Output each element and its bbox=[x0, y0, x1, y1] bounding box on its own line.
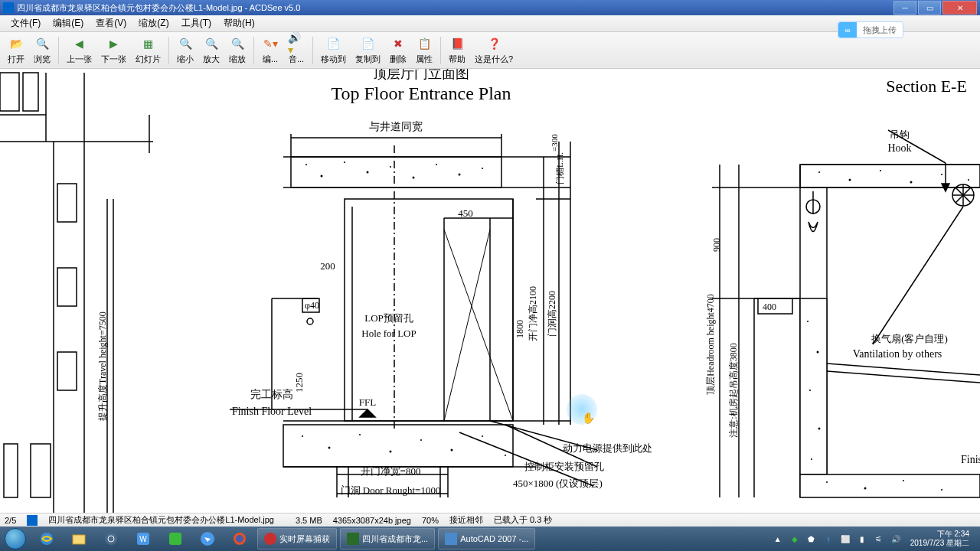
svg-text:吊钩: 吊钩 bbox=[890, 129, 910, 140]
svg-text:200: 200 bbox=[320, 260, 335, 272]
next-button[interactable]: ▶下一张 bbox=[96, 34, 131, 67]
svg-point-68 bbox=[359, 434, 361, 435]
svg-text:Section E-E: Section E-E bbox=[886, 77, 967, 96]
svg-point-73 bbox=[505, 455, 506, 456]
svg-text:LOP预留孔: LOP预留孔 bbox=[364, 312, 413, 324]
moveto-button[interactable]: 📄移动到 bbox=[316, 34, 351, 67]
svg-point-57 bbox=[305, 164, 307, 165]
taskbar-explorer-icon[interactable] bbox=[64, 528, 94, 549]
svg-point-63 bbox=[436, 164, 437, 165]
svg-point-153 bbox=[236, 535, 243, 543]
svg-rect-23 bbox=[291, 157, 501, 187]
svg-text:=300: =300 bbox=[550, 134, 559, 152]
props-button[interactable]: 📋属性 bbox=[411, 34, 437, 67]
svg-text:与井道同宽: 与井道同宽 bbox=[369, 121, 423, 132]
toolbar: 📂打开 🔍浏览 ◀上一张 ▶下一张 ▦幻灯片 🔍缩小 🔍放大 🔍缩放 ✎▾编..… bbox=[0, 32, 980, 69]
svg-point-126 bbox=[807, 321, 808, 322]
menu-view[interactable]: 查看(V) bbox=[90, 17, 132, 30]
svg-rect-31 bbox=[345, 199, 513, 421]
tray-wifi-icon[interactable]: ⚟ bbox=[873, 533, 885, 545]
taskbar-ie-icon[interactable] bbox=[31, 528, 62, 549]
svg-point-122 bbox=[880, 170, 881, 171]
edit-button[interactable]: ✎▾编... bbox=[257, 34, 283, 67]
svg-text:450: 450 bbox=[458, 207, 473, 219]
menu-file[interactable]: 文件(F) bbox=[5, 17, 47, 30]
svg-point-59 bbox=[344, 161, 345, 163]
tray-volume-icon[interactable]: 🔊 bbox=[890, 533, 902, 545]
tray-network-icon[interactable]: ⬜ bbox=[839, 533, 851, 545]
svg-rect-11 bbox=[57, 268, 77, 306]
whatis-button[interactable]: ❓这是什么? bbox=[470, 34, 518, 67]
svg-rect-145 bbox=[73, 535, 85, 544]
svg-rect-95 bbox=[800, 165, 980, 187]
copyto-button[interactable]: 📄复制到 bbox=[351, 34, 385, 67]
taskbar-dingtalk-icon[interactable] bbox=[192, 528, 223, 549]
taskbar-clock[interactable]: 下午 2:342019/7/23 星期二 bbox=[904, 530, 975, 548]
svg-text:换气扇(客户自理): 换气扇(客户自理) bbox=[871, 333, 948, 344]
drawing-svg: 顶层厅门立面图 Top Floor Entrance Plan Section … bbox=[0, 69, 980, 513]
svg-text:FFL: FFL bbox=[359, 396, 376, 408]
svg-point-124 bbox=[941, 174, 942, 175]
menu-tools[interactable]: 工具(T) bbox=[175, 17, 217, 30]
svg-line-118 bbox=[873, 207, 963, 344]
svg-point-121 bbox=[849, 179, 851, 181]
image-viewport[interactable]: 顶层厅门立面图 Top Floor Entrance Plan Section … bbox=[0, 69, 980, 513]
svg-text:1250: 1250 bbox=[293, 373, 305, 393]
upload-label: 拖拽上传 bbox=[857, 24, 903, 36]
tray-shield-icon[interactable]: ⬟ bbox=[805, 533, 818, 545]
taskbar-wps-icon[interactable]: W bbox=[128, 528, 158, 549]
svg-text:顶层Headroom height4700: 顶层Headroom height4700 bbox=[705, 294, 716, 395]
svg-text:450×1800 (仅设顶层): 450×1800 (仅设顶层) bbox=[513, 478, 603, 489]
audio-button[interactable]: 🔊▾音... bbox=[283, 34, 309, 67]
svg-point-132 bbox=[864, 487, 867, 490]
start-button[interactable] bbox=[0, 527, 31, 551]
delete-button[interactable]: ✖删除 bbox=[385, 34, 411, 67]
svg-point-70 bbox=[420, 439, 422, 441]
svg-text:Top Floor Entrance Plan: Top Floor Entrance Plan bbox=[332, 83, 511, 103]
taskbar-app-screencap[interactable]: 实时屏幕捕获 bbox=[257, 528, 337, 549]
svg-rect-4 bbox=[23, 73, 38, 111]
svg-line-38 bbox=[444, 230, 490, 421]
maximize-button[interactable]: ▭ bbox=[918, 1, 941, 15]
browse-button[interactable]: 🔍浏览 bbox=[29, 34, 55, 67]
svg-text:W: W bbox=[139, 535, 147, 543]
status-zoom: 70% bbox=[422, 516, 439, 525]
svg-point-69 bbox=[390, 451, 392, 453]
zoomout-button[interactable]: 🔍缩小 bbox=[172, 34, 198, 67]
open-button[interactable]: 📂打开 bbox=[3, 34, 29, 67]
svg-text:控制柜安装预留孔: 控制柜安装预留孔 bbox=[524, 461, 604, 472]
zoomsel-button[interactable]: 🔍缩放 bbox=[224, 34, 250, 67]
svg-text:动力电源提供到此处: 动力电源提供到此处 bbox=[563, 442, 652, 454]
slideshow-button[interactable]: ▦幻灯片 bbox=[131, 34, 165, 67]
menu-help[interactable]: 帮助(H) bbox=[217, 17, 261, 30]
svg-rect-150 bbox=[169, 533, 181, 545]
svg-point-146 bbox=[105, 533, 117, 545]
minimize-button[interactable]: ─ bbox=[893, 1, 916, 15]
tray-flag-icon[interactable]: ▲ bbox=[772, 533, 784, 545]
taskbar-app-autocad[interactable]: AutoCAD 2007 -... bbox=[438, 528, 535, 549]
svg-point-129 bbox=[818, 428, 821, 430]
svg-text:Hook: Hook bbox=[887, 142, 911, 154]
svg-point-127 bbox=[817, 351, 819, 354]
taskbar-app-acdsee[interactable]: 四川省成都市龙... bbox=[340, 528, 435, 549]
taskbar-iqiyi-icon[interactable] bbox=[160, 528, 191, 549]
menu-edit[interactable]: 编辑(E) bbox=[47, 17, 90, 30]
upload-widget[interactable]: ∞ 拖拽上传 bbox=[838, 21, 903, 38]
tray-safe-icon[interactable]: ◆ bbox=[789, 533, 801, 545]
menu-zoom[interactable]: 缩放(Z) bbox=[132, 17, 175, 30]
svg-point-64 bbox=[459, 174, 461, 176]
zoomin-button[interactable]: 🔍放大 bbox=[198, 34, 224, 67]
status-proximity: 接近相邻 bbox=[449, 514, 483, 526]
taskbar-firefox-icon[interactable] bbox=[224, 528, 255, 549]
tray-battery-icon[interactable]: ▮ bbox=[856, 533, 868, 545]
svg-rect-10 bbox=[57, 184, 77, 222]
close-button[interactable]: ✕ bbox=[942, 1, 977, 15]
help-button[interactable]: 📕帮助 bbox=[444, 34, 470, 67]
svg-point-61 bbox=[390, 166, 391, 168]
taskbar-browser-icon[interactable] bbox=[96, 528, 126, 549]
taskbar: W 实时屏幕捕获 四川省成都市龙... AutoCAD 2007 -... ▲ … bbox=[0, 527, 980, 551]
tray-bluetooth-icon[interactable]: ᚼ bbox=[822, 533, 835, 545]
svg-point-131 bbox=[826, 481, 828, 483]
prev-button[interactable]: ◀上一张 bbox=[62, 34, 96, 67]
svg-text:提升高度Travel height=7500: 提升高度Travel height=7500 bbox=[97, 311, 108, 421]
